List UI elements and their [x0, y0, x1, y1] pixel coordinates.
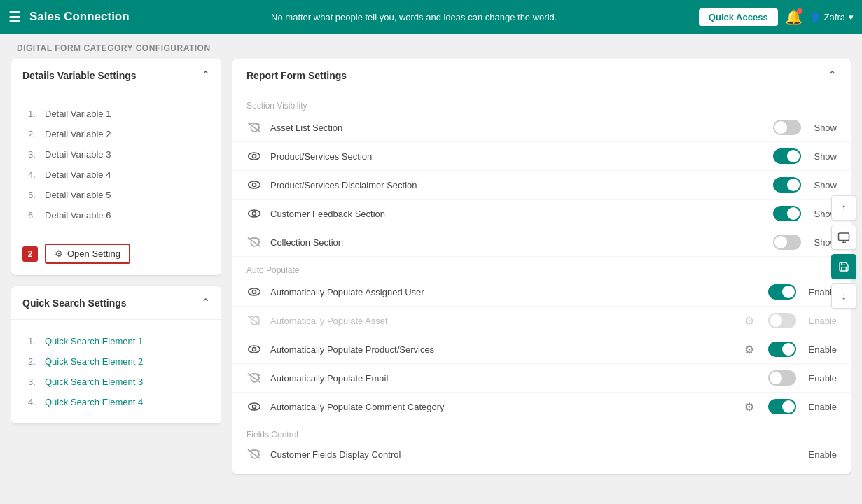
notification-dot — [797, 8, 802, 14]
open-setting-label: Open Setting — [67, 248, 120, 259]
eye-slash-icon-collection — [246, 237, 262, 248]
scroll-up-button[interactable]: ↑ — [831, 195, 856, 220]
collection-toggle[interactable] — [773, 234, 801, 250]
gear-icon: ⚙ — [55, 248, 63, 259]
setting-row-customer-fields: Customer Fields Display Control Enable — [232, 442, 851, 474]
list-item[interactable]: 4.Quick Search Element 4 — [22, 392, 210, 412]
open-setting-button[interactable]: ⚙ Open Setting — [45, 244, 130, 264]
eye-slash-icon-asset — [246, 315, 262, 326]
save-button[interactable] — [831, 254, 856, 279]
quick-search-list: 1.Quick Search Element 1 2.Quick Search … — [22, 328, 210, 415]
disclaimer-toggle-label: Show — [814, 180, 837, 190]
page-header: Digital Form Category Configuration — [0, 34, 862, 59]
details-panel-header: Details Variable Settings ⌃ — [11, 59, 221, 92]
left-column: Details Variable Settings ⌃ 1.Detail Var… — [11, 59, 221, 493]
quick-search-collapse-icon[interactable]: ⌃ — [201, 296, 210, 309]
email-auto-name: Automatically Populate Email — [270, 373, 760, 384]
comment-auto-toggle-label: Enable — [809, 402, 837, 412]
report-form-panel-title: Report Form Settings — [246, 70, 347, 81]
svg-point-6 — [249, 288, 260, 295]
notification-icon[interactable]: 🔔 — [785, 8, 802, 25]
customer-feedback-toggle[interactable] — [773, 206, 801, 221]
asset-auto-toggle-label: Enable — [809, 316, 837, 326]
report-form-collapse-icon[interactable]: ⌃ — [828, 69, 837, 82]
assigned-user-toggle[interactable] — [768, 284, 796, 300]
details-panel-title: Details Variable Settings — [22, 70, 137, 81]
email-auto-toggle-label: Enable — [809, 373, 837, 384]
quick-search-panel-body: 1.Quick Search Element 1 2.Quick Search … — [11, 320, 221, 424]
tagline: No matter what people tell you, words an… — [138, 12, 690, 22]
right-column: Report Form Settings ⌃ Section Visibilit… — [232, 59, 851, 493]
svg-point-9 — [253, 348, 256, 351]
svg-point-3 — [253, 183, 256, 187]
eye-icon-assigned-user — [246, 287, 262, 297]
asset-auto-name: Automatically Populate Asset — [270, 316, 736, 326]
quick-search-panel: Quick Search Settings ⌃ 1.Quick Search E… — [11, 286, 221, 424]
svg-point-5 — [253, 212, 256, 216]
user-name: Zafra — [824, 12, 845, 22]
list-item: 5.Detail Variable 5 — [22, 185, 210, 205]
monitor-button[interactable] — [831, 225, 856, 250]
quick-search-panel-header: Quick Search Settings ⌃ — [11, 286, 221, 320]
fields-control-label: Fields Control — [232, 421, 851, 442]
app-title: Sales Connection — [29, 10, 130, 24]
asset-list-section-name: Asset List Section — [270, 122, 765, 133]
right-toolbar: ↑ ↓ — [831, 195, 856, 309]
list-item[interactable]: 1.Quick Search Element 1 — [22, 331, 210, 351]
products-services-toggle[interactable] — [773, 148, 801, 164]
details-panel-collapse-icon[interactable]: ⌃ — [201, 69, 210, 82]
list-item: 2.Detail Variable 2 — [22, 124, 210, 144]
variable-list: 1.Detail Variable 1 2.Detail Variable 2 … — [22, 101, 210, 228]
gear-icon-asset: ⚙ — [744, 314, 754, 328]
customer-fields-toggle-label: Enable — [809, 449, 837, 460]
svg-point-10 — [249, 403, 260, 410]
page: Digital Form Category Configuration Deta… — [0, 34, 862, 504]
eye-slash-icon — [246, 122, 262, 133]
asset-list-toggle[interactable] — [773, 120, 801, 135]
hamburger-menu-icon[interactable]: ☰ — [8, 8, 21, 25]
products-auto-toggle-label: Enable — [809, 344, 837, 355]
eye-icon — [246, 151, 262, 161]
list-item[interactable]: 3.Quick Search Element 3 — [22, 372, 210, 392]
customer-fields-name: Customer Fields Display Control — [270, 449, 800, 460]
quick-search-panel-title: Quick Search Settings — [22, 298, 127, 309]
eye-icon-products-auto — [246, 344, 262, 354]
setting-row-customer-feedback: Customer Feedback Section Show — [232, 200, 851, 228]
list-item: 4.Detail Variable 4 — [22, 164, 210, 185]
list-item: 1.Detail Variable 1 — [22, 104, 210, 124]
svg-point-7 — [253, 290, 256, 294]
user-avatar-icon: 👤 — [809, 12, 821, 22]
disclaimer-name: Product/Services Disclaimer Section — [270, 180, 765, 190]
setting-row-asset-auto: Automatically Populate Asset ⚙ Enable — [232, 307, 851, 335]
eye-slash-icon-email — [246, 372, 262, 384]
list-item[interactable]: 2.Quick Search Element 2 — [22, 351, 210, 372]
gear-icon-products[interactable]: ⚙ — [744, 343, 754, 356]
svg-point-4 — [249, 210, 260, 217]
setting-row-comment-auto: Automatically Populate Comment Category … — [232, 393, 851, 421]
assigned-user-name: Automatically Populate Assigned User — [270, 287, 760, 298]
setting-row-disclaimer: Product/Services Disclaimer Section Show — [232, 171, 851, 200]
setting-row-products-auto: Automatically Populate Product/Services … — [232, 335, 851, 364]
gear-icon-comment[interactable]: ⚙ — [744, 400, 754, 414]
report-form-panel-header: Report Form Settings ⌃ — [232, 59, 851, 92]
products-services-toggle-label: Show — [814, 151, 837, 162]
products-auto-name: Automatically Populate Product/Services — [270, 344, 736, 355]
comment-auto-name: Automatically Populate Comment Category — [270, 402, 736, 412]
customer-feedback-name: Customer Feedback Section — [270, 209, 765, 219]
scroll-down-button[interactable]: ↓ — [831, 284, 856, 309]
products-auto-toggle[interactable] — [768, 342, 796, 357]
svg-point-1 — [253, 155, 256, 158]
eye-icon-comment-auto — [246, 402, 262, 412]
topnav: ☰ Sales Connection No matter what people… — [0, 0, 862, 34]
quick-access-button[interactable]: Quick Access — [699, 8, 778, 26]
open-setting-area: 2 ⚙ Open Setting — [11, 237, 221, 275]
list-item: 3.Detail Variable 3 — [22, 144, 210, 164]
user-menu-button[interactable]: 👤 Zafra ▾ — [809, 12, 854, 22]
email-auto-toggle[interactable] — [768, 370, 796, 386]
setting-row-asset-list: Asset List Section Show — [232, 113, 851, 142]
comment-auto-toggle[interactable] — [768, 399, 796, 414]
svg-point-8 — [249, 346, 260, 353]
details-panel-body: 1.Detail Variable 1 2.Detail Variable 2 … — [11, 92, 221, 237]
user-chevron-icon: ▾ — [849, 12, 854, 22]
disclaimer-toggle[interactable] — [773, 177, 801, 192]
